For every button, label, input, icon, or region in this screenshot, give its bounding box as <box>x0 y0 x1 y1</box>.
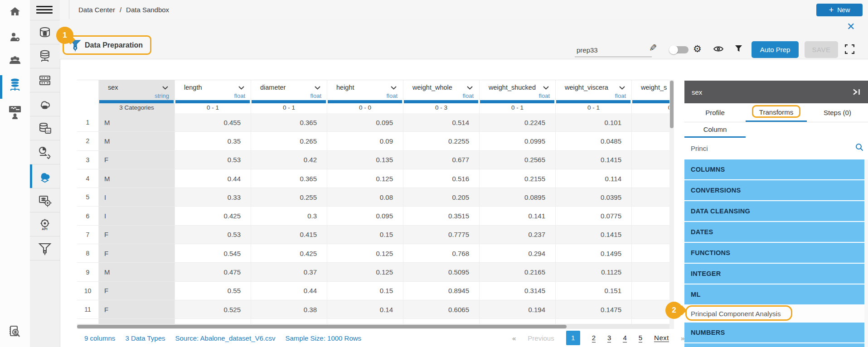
table-row[interactable]: 11F0.5250.380.140.60650.1940.1475 <box>77 300 669 319</box>
breadcrumb-data-sandbox[interactable]: Data Sandbox <box>126 6 169 14</box>
sidebar-item-user-admin[interactable] <box>0 27 30 47</box>
sidebar2-item-database-code[interactable]: </> <box>30 116 60 140</box>
prep-name-input[interactable] <box>575 43 652 57</box>
chevron-down-icon[interactable] <box>315 86 320 90</box>
tab-transforms[interactable]: Transforms <box>746 103 807 122</box>
chevron-down-icon[interactable] <box>543 86 549 90</box>
sidebar2-item-process-gear[interactable] <box>30 188 60 212</box>
sidebar-item-presentation[interactable] <box>0 101 30 124</box>
tab-column[interactable]: Column <box>684 122 746 138</box>
api-gear-icon: API <box>38 218 52 231</box>
category-numbers[interactable]: NUMBERS <box>684 323 864 342</box>
h-scroll-thumb[interactable] <box>77 325 567 328</box>
category-ml[interactable]: ML <box>684 284 864 304</box>
prep-toggle[interactable] <box>670 46 689 53</box>
table-row[interactable]: 7F0.530.4150.150.77750.2370.1415 <box>77 226 669 244</box>
database-stack-icon <box>39 50 51 63</box>
sidebar2-item-data-prep-funnel[interactable] <box>30 236 60 260</box>
settings-gear-icon[interactable]: ⚙ <box>693 43 702 54</box>
column-header-length[interactable]: lengthfloat0 - 1 <box>175 80 251 114</box>
chevron-down-icon[interactable] <box>391 86 397 90</box>
sidebar2-item-data-sync[interactable] <box>30 140 60 164</box>
chevron-down-icon[interactable] <box>238 86 244 90</box>
auto-prep-button[interactable]: Auto Prep <box>752 41 799 58</box>
edit-pencil-icon[interactable]: ✎ <box>649 43 657 53</box>
preview-eye-icon[interactable] <box>713 46 723 52</box>
column-header-height[interactable]: heightfloat0 - 0 <box>327 80 403 114</box>
table-row[interactable]: 6I0.4250.30.0950.35150.1410.0775 <box>77 207 669 225</box>
column-header-weight_shucked[interactable]: weight_shuckedfloat0 - 1 <box>480 80 556 114</box>
next-button[interactable]: Next <box>654 334 669 342</box>
stat-item[interactable]: 3 Data Types <box>125 334 165 342</box>
table-vertical-scrollbar[interactable] <box>669 80 674 329</box>
category-functions[interactable]: FUNCTIONS <box>684 243 864 263</box>
transform-search-input[interactable] <box>690 141 846 155</box>
tab-profile[interactable]: Profile <box>684 103 746 122</box>
sidebar-item-data-connections[interactable] <box>0 75 30 95</box>
chevron-down-icon[interactable] <box>467 86 473 90</box>
table-row[interactable]: 1M0.4550.3650.0950.5140.22450.101 <box>77 113 669 132</box>
sidebar2-item-api-gear[interactable]: API <box>30 212 60 236</box>
category-dates[interactable]: DATES <box>684 222 864 242</box>
server-rack-icon <box>39 75 51 87</box>
table-row[interactable]: 5I0.330.2550.080.2050.08950.0395 <box>77 188 669 207</box>
sidebar2-item-database-stack[interactable] <box>30 44 60 68</box>
fullscreen-icon[interactable] <box>845 44 854 54</box>
column-header-weight_s[interactable]: weight_s0 <box>632 80 669 114</box>
table-row[interactable]: 3F0.530.420.1350.6770.25650.1415 <box>77 151 669 169</box>
sidebar2-item-server-rack[interactable] <box>30 68 60 92</box>
panel-scrollbar-track[interactable] <box>864 159 868 347</box>
v-scroll-thumb[interactable] <box>670 81 674 128</box>
breadcrumb-data-center[interactable]: Data Center <box>78 6 115 14</box>
menu-icon[interactable] <box>36 6 53 14</box>
cell-value: 0.237 <box>480 226 556 244</box>
sidebar2-item-cloud-database[interactable] <box>30 92 60 116</box>
transform-principal-component-analysis[interactable]: Principal Component Analysis <box>684 305 864 322</box>
chevron-down-icon[interactable] <box>162 86 168 90</box>
next-arrow[interactable]: » <box>681 334 684 342</box>
category-columns[interactable]: COLUMNS <box>684 159 864 179</box>
page-4[interactable]: 4 <box>623 334 626 342</box>
table-row[interactable]: 10F0.550.440.150.89450.31450.151 <box>77 282 669 300</box>
search-icon[interactable] <box>855 143 863 151</box>
close-icon[interactable]: ✕ <box>847 22 855 32</box>
page-5[interactable]: 5 <box>639 334 642 342</box>
table-row[interactable] <box>77 319 669 324</box>
page-1[interactable]: 1 <box>566 331 580 345</box>
column-header-weight_whole[interactable]: weight_wholefloat0 - 3 <box>403 80 480 114</box>
sidebar2-item-data-home[interactable] <box>30 20 60 44</box>
sidebar-item-audit-search[interactable] <box>0 322 30 342</box>
filter-icon[interactable] <box>735 45 742 53</box>
stat-item[interactable]: Sample Size: 1000 Rows <box>286 334 362 342</box>
category-integer[interactable]: INTEGER <box>684 264 864 284</box>
sidebar-item-user-groups[interactable] <box>0 51 30 71</box>
stat-item[interactable]: 9 columns <box>84 334 115 342</box>
column-header-sex[interactable]: sexstring3 Categories <box>99 80 175 114</box>
row-number: 5 <box>77 188 99 206</box>
column-header-weight_viscera[interactable]: weight_viscerafloat0 - 1 <box>556 80 632 114</box>
cell-sex: M <box>99 263 175 281</box>
sidebar-item-home[interactable] <box>0 2 30 22</box>
chevron-down-icon[interactable] <box>619 86 625 90</box>
page-2[interactable]: 2 <box>592 334 596 342</box>
category-data-cleansing[interactable]: DATA CLEANSING <box>684 201 864 221</box>
category-conversions[interactable]: CONVERSIONS <box>684 180 864 200</box>
row-number: 10 <box>77 282 99 300</box>
cell-value: 0.3145 <box>480 282 556 300</box>
data-preparation-header[interactable]: Data Preparation <box>63 35 151 55</box>
table-row[interactable]: 8F0.5450.4250.1250.7680.2940.1495 <box>77 244 669 263</box>
cell-value: 0.3 <box>251 207 327 225</box>
breadcrumb-separator: / <box>120 6 121 14</box>
column-header-diameter[interactable]: diameterfloat0 - 1 <box>251 80 327 114</box>
table-row[interactable]: 9M0.4750.370.1250.50950.21650.1125 <box>77 263 669 281</box>
sidebar2-item-data-lake[interactable] <box>30 164 60 188</box>
table-row[interactable]: 2M0.350.2650.090.22550.09950.0485 <box>77 132 669 150</box>
table-row[interactable]: 4M0.440.3650.1250.5160.21550.114 <box>77 169 669 188</box>
new-button[interactable]: + New <box>816 4 863 16</box>
collapse-panel-icon[interactable] <box>853 89 861 95</box>
tab-steps-0-[interactable]: Steps (0) <box>807 103 868 122</box>
category-partial <box>684 343 864 347</box>
stat-item[interactable]: Source: Abalone_dataset_V6.csv <box>175 334 276 342</box>
table-horizontal-scrollbar[interactable] <box>77 324 669 329</box>
page-3[interactable]: 3 <box>607 334 611 342</box>
